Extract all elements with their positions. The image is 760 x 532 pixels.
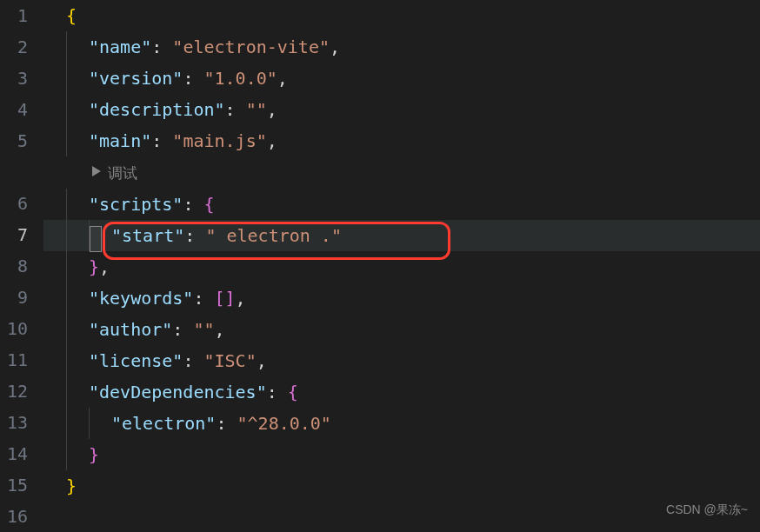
json-key: "scripts" (89, 194, 183, 215)
line-number: 5 (0, 125, 28, 156)
code-line[interactable]: "start": " electron ." (43, 220, 760, 251)
watermark: CSDN @果冻~ (666, 494, 748, 525)
line-number: 1 (0, 0, 28, 31)
line-number: 7 (0, 219, 28, 250)
json-key: "description" (89, 99, 225, 120)
json-key: "keywords" (89, 288, 193, 309)
json-value: "^28.0.0" (237, 413, 331, 434)
json-value: "main.js" (172, 130, 266, 151)
code-line[interactable] (43, 502, 760, 532)
debug-label: 调试 (108, 157, 137, 189)
json-key: "license" (89, 350, 183, 371)
code-line[interactable]: "scripts": { (43, 189, 760, 220)
json-key: "main" (89, 130, 151, 151)
json-value: "1.0.0" (203, 68, 277, 89)
line-number: 4 (0, 94, 28, 125)
line-gutter: 1 2 3 4 5 6 7 8 9 10 11 12 13 14 15 16 (0, 0, 43, 532)
code-line[interactable]: "name": "electron-vite", (43, 31, 760, 63)
code-line[interactable]: "description": "", (43, 94, 760, 125)
json-value: "electron-vite" (172, 37, 330, 57)
code-line[interactable]: "keywords": [], (43, 283, 760, 314)
line-number: 9 (0, 282, 28, 313)
line-number: 10 (0, 313, 28, 344)
json-key: "name" (89, 37, 151, 57)
json-value: "" (246, 99, 267, 120)
line-number: 6 (0, 188, 28, 219)
json-key: "version" (89, 68, 183, 89)
code-area[interactable]: { "name": "electron-vite", "version": "1… (43, 0, 760, 532)
code-line[interactable]: } (43, 470, 760, 502)
code-line[interactable]: "electron": "^28.0.0" (43, 408, 760, 439)
code-line[interactable]: }, (43, 251, 760, 283)
code-line[interactable]: "devDependencies": { (43, 376, 760, 408)
json-key: "devDependencies" (89, 382, 267, 402)
json-key: "start" (111, 225, 184, 246)
line-number: 14 (0, 438, 28, 469)
line-number: 15 (0, 469, 28, 501)
code-line[interactable]: "version": "1.0.0", (43, 63, 760, 94)
line-number: 8 (0, 250, 28, 282)
json-value: " electron ." (205, 225, 342, 246)
line-number: 12 (0, 376, 28, 407)
code-line[interactable]: } (43, 439, 760, 470)
line-spacer (0, 156, 28, 188)
code-editor[interactable]: 1 2 3 4 5 6 7 8 9 10 11 12 13 14 15 16 {… (0, 0, 760, 532)
json-key: "electron" (111, 413, 216, 434)
json-key: "author" (89, 319, 172, 340)
json-value: "ISC" (203, 350, 256, 371)
line-number: 11 (0, 344, 28, 376)
line-number: 13 (0, 407, 28, 438)
line-number: 3 (0, 63, 28, 94)
play-icon (89, 157, 103, 189)
code-line[interactable]: { (43, 0, 760, 31)
code-line[interactable]: "license": "ISC", (43, 345, 760, 376)
code-line[interactable]: "author": "", (43, 314, 760, 345)
json-value: "" (193, 319, 214, 340)
debug-codelens[interactable]: 调试 (43, 157, 137, 189)
line-number: 16 (0, 501, 28, 532)
code-line[interactable]: "main": "main.js", (43, 125, 760, 156)
line-number: 2 (0, 31, 28, 63)
